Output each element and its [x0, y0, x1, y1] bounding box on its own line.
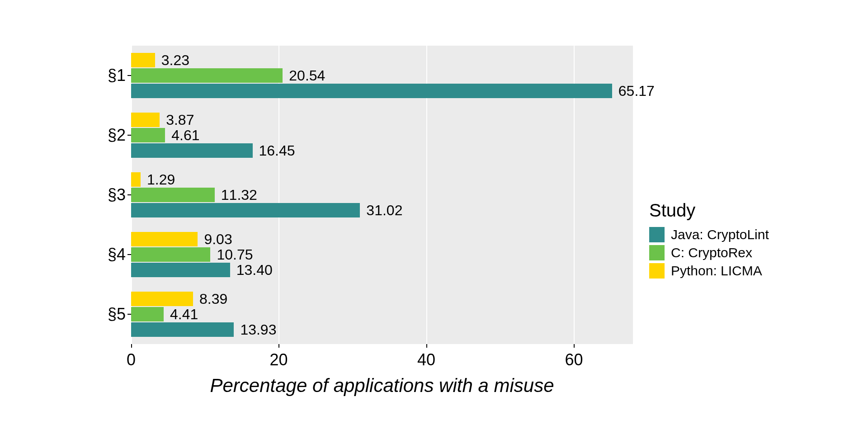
group-1: §1 3.23 20.54 65.17	[131, 46, 633, 105]
legend-swatch-python	[649, 263, 665, 279]
y-label-1: §1	[99, 66, 126, 85]
bar-label: 3.87	[166, 112, 194, 128]
bar-label: 9.03	[204, 231, 232, 248]
legend-item-java: Java: CryptoLint	[649, 227, 770, 242]
bar-label: 10.75	[217, 246, 253, 263]
bar-c-4: 10.75	[131, 247, 633, 262]
bar-c-2: 4.61	[131, 128, 633, 142]
bar-label: 13.93	[240, 321, 276, 338]
plot-area: §1 3.23 20.54 65.17 §2 3.87 4.61	[131, 46, 633, 344]
bar-python-2: 3.87	[131, 113, 633, 127]
x-tick	[426, 344, 427, 348]
x-tick	[574, 344, 575, 348]
x-axis: Percentage of applications with a misuse…	[131, 344, 633, 403]
legend-label-java: Java: CryptoLint	[671, 227, 769, 242]
bar-label: 31.02	[366, 202, 402, 219]
bar-java-5: 13.93	[131, 322, 633, 337]
bar-label: 20.54	[289, 67, 325, 84]
y-tick	[127, 135, 131, 136]
bar-label: 16.45	[259, 142, 295, 159]
legend-swatch-java	[649, 227, 665, 242]
bar-label: 8.39	[199, 291, 227, 307]
legend-item-c: C: CryptoRex	[649, 245, 770, 260]
bar-java-1: 65.17	[131, 84, 633, 98]
bar-python-3: 1.29	[131, 172, 633, 187]
bar-label: 65.17	[618, 83, 655, 99]
grouped-bar-chart: §1 3.23 20.54 65.17 §2 3.87 4.61	[90, 41, 778, 403]
group-5: §5 8.39 4.41 13.93	[131, 284, 633, 344]
bar-label: 3.23	[161, 52, 189, 69]
group-2: §2 3.87 4.61 16.45	[131, 105, 633, 165]
y-label-5: §5	[99, 305, 126, 324]
bar-java-2: 16.45	[131, 143, 633, 158]
group-4: §4 9.03 10.75 13.40	[131, 225, 633, 284]
y-label-4: §4	[99, 245, 126, 264]
bar-c-5: 4.41	[131, 307, 633, 321]
bar-groups: §1 3.23 20.54 65.17 §2 3.87 4.61	[131, 46, 633, 344]
legend-label-python: Python: LICMA	[671, 263, 762, 279]
y-tick	[127, 254, 131, 255]
bar-java-4: 13.40	[131, 263, 633, 277]
bar-c-3: 11.32	[131, 188, 633, 202]
y-label-2: §2	[99, 126, 126, 145]
bar-python-5: 8.39	[131, 292, 633, 306]
x-tick-label: 20	[269, 350, 288, 369]
bar-python-1: 3.23	[131, 53, 633, 67]
y-label-3: §3	[99, 185, 126, 204]
y-tick	[127, 75, 131, 76]
bar-c-1: 20.54	[131, 68, 633, 83]
legend-item-python: Python: LICMA	[649, 263, 770, 279]
x-tick-label: 0	[127, 350, 136, 369]
group-3: §3 1.29 11.32 31.02	[131, 165, 633, 225]
bar-label: 13.40	[236, 262, 273, 279]
legend-swatch-c	[649, 245, 665, 260]
y-tick	[127, 194, 131, 195]
x-tick	[278, 344, 279, 348]
bar-python-4: 9.03	[131, 232, 633, 246]
bar-label: 11.32	[221, 187, 257, 203]
legend-title: Study	[649, 200, 770, 221]
bar-label: 4.61	[171, 127, 199, 144]
legend: Study Java: CryptoLint C: CryptoRex Pyth…	[642, 195, 778, 287]
x-tick	[131, 344, 132, 348]
bar-java-3: 31.02	[131, 203, 633, 217]
bar-label: 1.29	[147, 171, 175, 188]
legend-label-c: C: CryptoRex	[671, 245, 752, 260]
bar-label: 4.41	[170, 306, 198, 323]
x-tick-label: 40	[417, 350, 435, 369]
x-axis-title: Percentage of applications with a misuse	[131, 375, 633, 397]
y-tick	[127, 314, 131, 315]
x-tick-label: 60	[565, 350, 583, 369]
